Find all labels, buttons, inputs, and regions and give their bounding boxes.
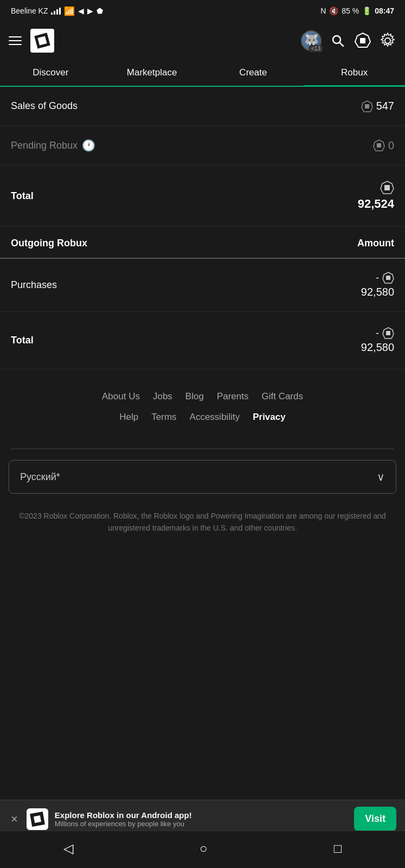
status-right: N 🔇 85 % 🔋 08:47 bbox=[320, 7, 394, 15]
clock-icon: 🕐 bbox=[82, 139, 95, 152]
purchases-amount-text: 92,580 bbox=[361, 286, 394, 298]
pending-label: Pending Robux bbox=[11, 140, 78, 151]
settings-icon bbox=[379, 32, 396, 49]
status-left: Beeline KZ 📶 ◀ ▶ ⬟ bbox=[11, 6, 103, 16]
language-selector[interactable]: Русский* ∨ bbox=[9, 460, 396, 494]
tab-robux[interactable]: Robux bbox=[304, 60, 405, 86]
nav-back-button[interactable]: ◁ bbox=[53, 838, 84, 859]
footer-divider bbox=[11, 449, 394, 449]
roblox-logo[interactable] bbox=[30, 29, 54, 53]
pending-value: 0 bbox=[373, 139, 394, 152]
robux-icon-total bbox=[380, 181, 394, 195]
svg-rect-5 bbox=[360, 38, 365, 43]
sales-label: Sales of Goods bbox=[11, 100, 78, 112]
nfc-icon: N bbox=[320, 7, 326, 15]
footer-row-2: Help Terms Accessibility Privacy bbox=[11, 412, 394, 423]
vpn-icon: ⬟ bbox=[97, 7, 103, 15]
header-icons: 🐺 <13 bbox=[301, 30, 396, 51]
purchases-value: - 92,580 bbox=[361, 272, 394, 298]
footer-link-privacy[interactable]: Privacy bbox=[253, 412, 286, 423]
status-bar: Beeline KZ 📶 ◀ ▶ ⬟ N 🔇 85 % 🔋 08:47 bbox=[0, 0, 405, 22]
footer-link-about[interactable]: About Us bbox=[102, 391, 140, 402]
battery-icon: 🔋 bbox=[362, 7, 371, 15]
banner-close-button[interactable]: × bbox=[9, 810, 20, 828]
signal-icon bbox=[51, 7, 61, 15]
banner-title: Explore Roblox in our Android app! bbox=[55, 810, 348, 820]
pending-amount: 0 bbox=[373, 139, 394, 152]
sales-amount: 547 bbox=[361, 100, 394, 112]
tab-discover[interactable]: Discover bbox=[0, 60, 101, 86]
sales-row: Sales of Goods 547 bbox=[0, 87, 405, 126]
tab-create[interactable]: Create bbox=[203, 60, 304, 86]
language-text: Русский* bbox=[20, 471, 60, 483]
time-text: 08:47 bbox=[375, 7, 394, 15]
total-incoming-row: Total 92,524 bbox=[0, 165, 405, 227]
svg-rect-12 bbox=[384, 185, 390, 190]
svg-rect-18 bbox=[34, 815, 41, 823]
robux-icon-total-out bbox=[382, 327, 394, 339]
banner-visit-button[interactable]: Visit bbox=[354, 807, 396, 831]
navigation-icon: ◀ bbox=[78, 7, 84, 15]
footer-link-blog[interactable]: Blog bbox=[185, 391, 204, 402]
svg-rect-8 bbox=[365, 104, 369, 108]
search-icon bbox=[330, 33, 346, 49]
total-outgoing-amount-icon: - bbox=[376, 327, 394, 339]
sales-value: 547 bbox=[361, 100, 394, 112]
footer-link-jobs[interactable]: Jobs bbox=[153, 391, 172, 402]
footer-links: About Us Jobs Blog Parents Gift Cards He… bbox=[0, 369, 405, 443]
banner-logo bbox=[27, 808, 48, 830]
nav-home-button[interactable]: ○ bbox=[189, 838, 218, 859]
robux-icon-pending bbox=[373, 139, 385, 151]
footer-row-1: About Us Jobs Blog Parents Gift Cards bbox=[11, 391, 394, 402]
robux-button[interactable] bbox=[354, 32, 371, 49]
pending-row: Pending Robux 🕐 0 bbox=[0, 126, 405, 165]
svg-line-3 bbox=[340, 43, 344, 47]
footer-link-help[interactable]: Help bbox=[119, 412, 138, 423]
copyright-text: ©2023 Roblox Corporation. Roblox, the Ro… bbox=[0, 505, 405, 551]
svg-rect-10 bbox=[377, 143, 381, 148]
tab-marketplace[interactable]: Marketplace bbox=[101, 60, 203, 86]
search-button[interactable] bbox=[329, 32, 346, 49]
banner-text-area: Explore Roblox in our Android app! Milli… bbox=[55, 810, 348, 828]
total-incoming-label: Total bbox=[11, 190, 34, 202]
bottom-spacer bbox=[0, 551, 405, 621]
footer-link-accessibility[interactable]: Accessibility bbox=[190, 412, 240, 423]
chevron-down-icon: ∨ bbox=[377, 470, 385, 483]
robux-icon bbox=[354, 32, 371, 49]
nav-tabs: Discover Marketplace Create Robux bbox=[0, 60, 405, 87]
youtube-icon: ▶ bbox=[87, 7, 93, 15]
nav-recent-button[interactable]: □ bbox=[323, 838, 353, 859]
app-header: 🐺 <13 bbox=[0, 22, 405, 60]
settings-button[interactable] bbox=[379, 32, 396, 49]
carrier-text: Beeline KZ bbox=[11, 7, 48, 15]
bottom-nav-bar: ◁ ○ □ bbox=[0, 831, 405, 868]
footer-link-parents[interactable]: Parents bbox=[217, 391, 249, 402]
robux-icon-sales bbox=[361, 100, 373, 112]
banner-roblox-logo bbox=[30, 812, 45, 827]
avatar-button[interactable]: 🐺 <13 bbox=[301, 30, 322, 51]
battery-text: 85 % bbox=[342, 7, 359, 15]
total-outgoing-row: Total - 92,580 bbox=[0, 312, 405, 369]
roblox-logo-svg bbox=[33, 31, 52, 50]
footer-link-giftcards[interactable]: Gift Cards bbox=[261, 391, 303, 402]
total-incoming-amount: 92,524 bbox=[358, 197, 394, 211]
main-content: Sales of Goods 547 Pending Robux 🕐 bbox=[0, 87, 405, 621]
hamburger-button[interactable] bbox=[9, 36, 22, 45]
total-outgoing-amount-text: 92,580 bbox=[361, 341, 394, 354]
total-incoming-value: 92,524 bbox=[358, 181, 394, 211]
outgoing-header-right: Amount bbox=[357, 238, 394, 249]
purchases-label: Purchases bbox=[11, 279, 57, 291]
svg-rect-16 bbox=[386, 331, 390, 335]
banner-subtitle: Millions of experiences by people like y… bbox=[55, 820, 348, 828]
purchases-row: Purchases - 92,580 bbox=[0, 259, 405, 312]
outgoing-header-label: Outgoing Robux bbox=[11, 238, 87, 249]
avatar-badge: <13 bbox=[309, 45, 323, 52]
wifi-icon: 📶 bbox=[64, 6, 75, 16]
mute-icon: 🔇 bbox=[329, 7, 338, 15]
outgoing-header: Outgoing Robux Amount bbox=[0, 227, 405, 259]
svg-point-6 bbox=[385, 38, 390, 43]
robux-icon-purchases bbox=[382, 272, 394, 284]
svg-rect-14 bbox=[386, 276, 390, 280]
footer-link-terms[interactable]: Terms bbox=[151, 412, 176, 423]
purchases-amount: - bbox=[376, 272, 394, 284]
